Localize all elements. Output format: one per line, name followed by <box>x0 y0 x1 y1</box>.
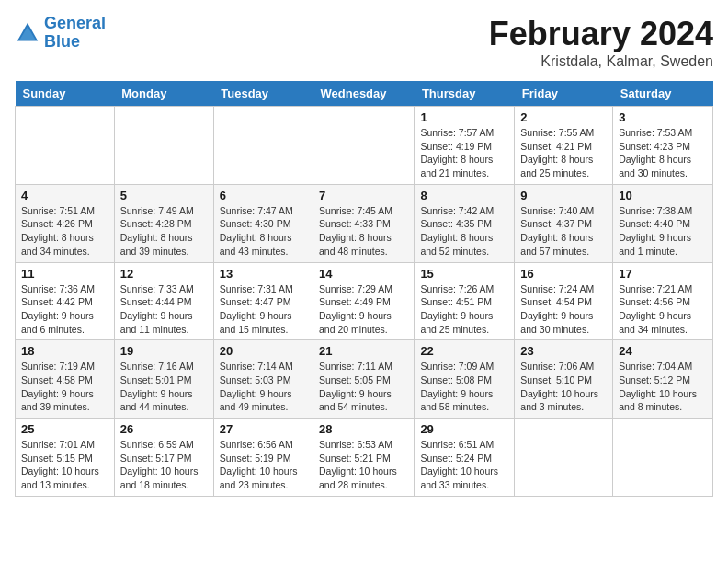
day-info: Sunrise: 7:38 AM Sunset: 4:40 PM Dayligh… <box>619 204 707 259</box>
day-number: 26 <box>120 422 208 436</box>
day-info: Sunrise: 6:53 AM Sunset: 5:21 PM Dayligh… <box>319 438 408 492</box>
day-info: Sunrise: 7:49 AM Sunset: 4:28 PM Dayligh… <box>120 204 208 259</box>
day-info: Sunrise: 7:33 AM Sunset: 4:44 PM Dayligh… <box>120 282 208 337</box>
calendar-cell: 16Sunrise: 7:24 AM Sunset: 4:54 PM Dayli… <box>515 262 613 340</box>
day-number: 28 <box>319 422 408 436</box>
weekday-header-monday: Monday <box>114 81 213 107</box>
day-info: Sunrise: 7:24 AM Sunset: 4:54 PM Dayligh… <box>520 282 607 337</box>
calendar-cell: 1Sunrise: 7:57 AM Sunset: 4:19 PM Daylig… <box>415 107 515 185</box>
calendar-cell: 14Sunrise: 7:29 AM Sunset: 4:49 PM Dayli… <box>313 262 415 340</box>
day-info: Sunrise: 7:29 AM Sunset: 4:49 PM Dayligh… <box>319 282 408 337</box>
week-row-3: 11Sunrise: 7:36 AM Sunset: 4:42 PM Dayli… <box>16 262 713 340</box>
day-number: 1 <box>420 110 508 124</box>
calendar-cell: 12Sunrise: 7:33 AM Sunset: 4:44 PM Dayli… <box>114 262 213 340</box>
weekday-header-wednesday: Wednesday <box>313 81 415 107</box>
day-info: Sunrise: 7:47 AM Sunset: 4:30 PM Dayligh… <box>220 204 307 259</box>
day-number: 10 <box>619 189 707 202</box>
day-number: 2 <box>520 110 607 124</box>
calendar-cell: 29Sunrise: 6:51 AM Sunset: 5:24 PM Dayli… <box>415 419 515 497</box>
calendar-cell: 9Sunrise: 7:40 AM Sunset: 4:37 PM Daylig… <box>515 184 613 262</box>
week-row-5: 25Sunrise: 7:01 AM Sunset: 5:15 PM Dayli… <box>16 419 713 497</box>
day-number: 12 <box>120 267 208 281</box>
calendar-cell: 23Sunrise: 7:06 AM Sunset: 5:10 PM Dayli… <box>515 340 613 419</box>
day-info: Sunrise: 7:16 AM Sunset: 5:01 PM Dayligh… <box>120 360 208 414</box>
weekday-header-tuesday: Tuesday <box>213 81 313 107</box>
day-number: 19 <box>120 344 208 358</box>
day-info: Sunrise: 7:31 AM Sunset: 4:47 PM Dayligh… <box>220 282 307 337</box>
day-info: Sunrise: 7:51 AM Sunset: 4:26 PM Dayligh… <box>21 204 108 259</box>
calendar-cell: 18Sunrise: 7:19 AM Sunset: 4:58 PM Dayli… <box>16 340 115 419</box>
calendar-cell <box>313 107 415 185</box>
weekday-header-friday: Friday <box>515 81 613 107</box>
day-info: Sunrise: 7:04 AM Sunset: 5:12 PM Dayligh… <box>619 360 707 414</box>
day-number: 6 <box>220 189 307 202</box>
day-number: 16 <box>520 267 607 281</box>
calendar-cell: 6Sunrise: 7:47 AM Sunset: 4:30 PM Daylig… <box>213 184 313 262</box>
week-row-1: 1Sunrise: 7:57 AM Sunset: 4:19 PM Daylig… <box>16 107 713 185</box>
day-info: Sunrise: 7:36 AM Sunset: 4:42 PM Dayligh… <box>21 282 108 337</box>
day-number: 24 <box>619 344 707 358</box>
day-number: 4 <box>21 189 108 202</box>
day-number: 7 <box>319 189 408 202</box>
day-number: 18 <box>21 344 108 358</box>
day-info: Sunrise: 7:26 AM Sunset: 4:51 PM Dayligh… <box>420 282 508 337</box>
day-info: Sunrise: 6:51 AM Sunset: 5:24 PM Dayligh… <box>420 438 508 492</box>
day-info: Sunrise: 7:11 AM Sunset: 5:05 PM Dayligh… <box>319 360 408 414</box>
day-number: 5 <box>120 189 208 202</box>
day-number: 14 <box>319 267 408 281</box>
day-info: Sunrise: 6:59 AM Sunset: 5:17 PM Dayligh… <box>120 438 208 492</box>
day-number: 17 <box>619 267 707 281</box>
calendar-table: SundayMondayTuesdayWednesdayThursdayFrid… <box>15 81 713 497</box>
calendar-cell: 25Sunrise: 7:01 AM Sunset: 5:15 PM Dayli… <box>16 419 115 497</box>
calendar-cell: 20Sunrise: 7:14 AM Sunset: 5:03 PM Dayli… <box>213 340 313 419</box>
logo: General Blue <box>15 15 106 52</box>
weekday-header-row: SundayMondayTuesdayWednesdayThursdayFrid… <box>16 81 713 107</box>
logo-text: General Blue <box>44 15 106 52</box>
day-info: Sunrise: 7:09 AM Sunset: 5:08 PM Dayligh… <box>420 360 508 414</box>
title-area: February 2024 Kristdala, Kalmar, Sweden <box>489 15 713 70</box>
day-info: Sunrise: 7:45 AM Sunset: 4:33 PM Dayligh… <box>319 204 408 259</box>
day-number: 11 <box>21 267 108 281</box>
week-row-2: 4Sunrise: 7:51 AM Sunset: 4:26 PM Daylig… <box>16 184 713 262</box>
day-number: 29 <box>420 422 508 436</box>
calendar-cell: 7Sunrise: 7:45 AM Sunset: 4:33 PM Daylig… <box>313 184 415 262</box>
day-number: 25 <box>21 422 108 436</box>
calendar-cell: 8Sunrise: 7:42 AM Sunset: 4:35 PM Daylig… <box>415 184 515 262</box>
day-info: Sunrise: 7:14 AM Sunset: 5:03 PM Dayligh… <box>220 360 307 414</box>
logo-icon <box>15 20 40 46</box>
calendar-cell: 2Sunrise: 7:55 AM Sunset: 4:21 PM Daylig… <box>515 107 613 185</box>
calendar-cell: 24Sunrise: 7:04 AM Sunset: 5:12 PM Dayli… <box>613 340 713 419</box>
day-number: 13 <box>220 267 307 281</box>
day-info: Sunrise: 7:06 AM Sunset: 5:10 PM Dayligh… <box>520 360 607 414</box>
weekday-header-sunday: Sunday <box>16 81 115 107</box>
day-info: Sunrise: 7:57 AM Sunset: 4:19 PM Dayligh… <box>420 126 508 180</box>
day-info: Sunrise: 7:42 AM Sunset: 4:35 PM Dayligh… <box>420 204 508 259</box>
day-number: 8 <box>420 189 508 202</box>
calendar-cell: 10Sunrise: 7:38 AM Sunset: 4:40 PM Dayli… <box>613 184 713 262</box>
calendar-cell: 22Sunrise: 7:09 AM Sunset: 5:08 PM Dayli… <box>415 340 515 419</box>
day-number: 3 <box>619 110 707 124</box>
day-info: Sunrise: 7:19 AM Sunset: 4:58 PM Dayligh… <box>21 360 108 414</box>
day-number: 20 <box>220 344 307 358</box>
calendar-cell: 28Sunrise: 6:53 AM Sunset: 5:21 PM Dayli… <box>313 419 415 497</box>
calendar-cell: 21Sunrise: 7:11 AM Sunset: 5:05 PM Dayli… <box>313 340 415 419</box>
calendar-cell: 19Sunrise: 7:16 AM Sunset: 5:01 PM Dayli… <box>114 340 213 419</box>
calendar-cell <box>16 107 115 185</box>
day-info: Sunrise: 7:55 AM Sunset: 4:21 PM Dayligh… <box>520 126 607 180</box>
day-number: 15 <box>420 267 508 281</box>
day-info: Sunrise: 7:53 AM Sunset: 4:23 PM Dayligh… <box>619 126 707 180</box>
calendar-cell: 4Sunrise: 7:51 AM Sunset: 4:26 PM Daylig… <box>16 184 115 262</box>
calendar-cell <box>613 419 713 497</box>
calendar-cell <box>515 419 613 497</box>
day-number: 21 <box>319 344 408 358</box>
logo-line1: General <box>44 14 106 32</box>
header: General Blue February 2024 Kristdala, Ka… <box>15 15 713 70</box>
weekday-header-thursday: Thursday <box>415 81 515 107</box>
calendar-cell: 15Sunrise: 7:26 AM Sunset: 4:51 PM Dayli… <box>415 262 515 340</box>
calendar-cell: 5Sunrise: 7:49 AM Sunset: 4:28 PM Daylig… <box>114 184 213 262</box>
day-number: 23 <box>520 344 607 358</box>
day-info: Sunrise: 6:56 AM Sunset: 5:19 PM Dayligh… <box>220 438 307 492</box>
day-info: Sunrise: 7:21 AM Sunset: 4:56 PM Dayligh… <box>619 282 707 337</box>
logo-line2: Blue <box>44 32 80 51</box>
day-info: Sunrise: 7:01 AM Sunset: 5:15 PM Dayligh… <box>21 438 108 492</box>
